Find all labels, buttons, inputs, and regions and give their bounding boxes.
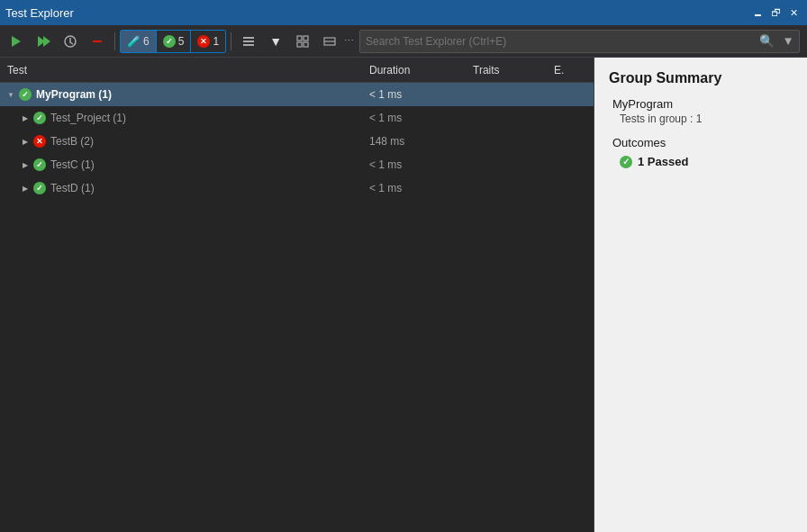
col-header-duration: Duration <box>369 64 473 77</box>
flask-icon: 🧪 <box>127 35 141 48</box>
pass-icon: ✓ <box>33 112 46 124</box>
run-all-button[interactable] <box>4 30 29 53</box>
maximize-button[interactable]: 🗗 <box>767 5 784 21</box>
table-row[interactable]: ✓ MyProgram (1) < 1 ms <box>0 83 594 106</box>
filter-all-button[interactable]: 🧪 6 <box>121 31 157 52</box>
summary-tests-in-group: Tests in group : 1 <box>620 113 793 125</box>
col-header-e: E. <box>554 64 590 77</box>
minimize-button[interactable]: 🗕 <box>749 5 766 21</box>
chevron-down-icon <box>7 89 14 99</box>
expand-toggle[interactable] <box>18 181 32 195</box>
summary-outcome-row: ✓ 1 Passed <box>620 155 793 168</box>
pass-icon: ✓ <box>33 182 46 194</box>
filter-failed-button[interactable]: ✕ 1 <box>191 31 225 52</box>
summary-panel: Group Summary MyProgram Tests in group :… <box>594 58 807 532</box>
table-row[interactable]: ✕ TestB (2) 148 ms <box>0 130 594 153</box>
test-status-icon: ✓ <box>18 87 32 102</box>
test-label: TestD (1) <box>50 182 369 194</box>
svg-marker-2 <box>43 36 50 47</box>
filter-group: 🧪 6 ✓ 5 ✕ 1 <box>120 30 226 53</box>
svg-rect-10 <box>304 42 308 47</box>
svg-marker-0 <box>12 36 21 47</box>
test-duration: < 1 ms <box>369 182 473 194</box>
run-selected-button[interactable] <box>31 30 56 53</box>
fail-icon: ✕ <box>33 135 46 148</box>
test-status-icon: ✓ <box>32 111 47 125</box>
test-label: TestB (2) <box>50 135 369 148</box>
pass-filter-icon: ✓ <box>163 35 176 48</box>
summary-title: Group Summary <box>609 70 793 86</box>
test-duration: < 1 ms <box>369 88 473 101</box>
expand-all-button[interactable] <box>290 30 315 53</box>
search-input[interactable] <box>360 32 756 50</box>
chevron-right-icon <box>23 159 28 169</box>
summary-passed-label: 1 Passed <box>638 155 688 168</box>
pass-icon: ✓ <box>19 88 32 101</box>
test-status-icon: ✕ <box>32 134 47 149</box>
svg-rect-7 <box>297 36 302 41</box>
expand-toggle[interactable] <box>4 87 18 102</box>
cancel-icon <box>90 34 104 49</box>
test-list-panel: Test Duration Traits E. ✓ My <box>0 58 594 532</box>
window-title: Test Explorer <box>5 6 74 20</box>
search-options-button[interactable]: ▼ <box>777 31 799 52</box>
search-box: 🔍 ▼ <box>359 30 800 53</box>
test-duration: < 1 ms <box>369 158 473 171</box>
test-items: ✓ MyProgram (1) < 1 ms <box>0 83 594 532</box>
svg-rect-4 <box>243 37 254 39</box>
expand-toggle[interactable] <box>18 134 32 149</box>
col-header-test: Test <box>4 64 369 77</box>
sort-button[interactable]: ▼ <box>263 30 288 53</box>
filter-passed-count: 5 <box>178 35 185 48</box>
expand-all-icon <box>295 34 310 49</box>
summary-outcomes-label: Outcomes <box>612 136 793 149</box>
title-bar: Test Explorer 🗕 🗗 ✕ <box>0 0 807 25</box>
test-status-icon: ✓ <box>32 181 47 195</box>
table-row[interactable]: ✓ Test_Project (1) < 1 ms <box>0 106 594 130</box>
filter-passed-button[interactable]: ✓ 5 <box>157 31 192 52</box>
chevron-right-icon <box>23 183 28 193</box>
test-label: MyProgram (1) <box>36 88 369 101</box>
group-icon <box>241 34 256 49</box>
expand-toggle[interactable] <box>18 111 32 125</box>
test-label: TestC (1) <box>50 158 369 171</box>
title-bar-left: Test Explorer <box>5 6 74 20</box>
chevron-right-icon <box>23 113 28 122</box>
test-label: Test_Project (1) <box>50 112 369 124</box>
group-button[interactable] <box>236 30 261 53</box>
collapse-all-icon <box>322 34 337 49</box>
table-row[interactable]: ✓ TestD (1) < 1 ms <box>0 176 594 200</box>
test-duration: 148 ms <box>369 135 473 148</box>
filter-failed-count: 1 <box>213 35 219 48</box>
title-bar-controls: 🗕 🗗 ✕ <box>749 5 802 21</box>
collapse-all-button[interactable] <box>317 30 342 53</box>
svg-rect-9 <box>297 42 302 47</box>
outcome-pass-icon: ✓ <box>620 156 632 168</box>
toolbar-separator-1 <box>114 32 115 50</box>
svg-rect-3 <box>93 41 102 42</box>
table-row[interactable]: ✓ TestC (1) < 1 ms <box>0 153 594 176</box>
col-header-traits: Traits <box>473 64 554 77</box>
filter-all-count: 6 <box>143 35 150 48</box>
summary-group-name: MyProgram <box>612 97 793 111</box>
close-button[interactable]: ✕ <box>785 5 802 21</box>
debug-icon <box>63 34 77 49</box>
main-window: Test Explorer 🗕 🗗 ✕ <box>0 0 807 532</box>
test-status-icon: ✓ <box>32 158 47 172</box>
run-selected-icon <box>36 34 50 49</box>
fail-filter-icon: ✕ <box>197 35 210 48</box>
search-button[interactable]: 🔍 <box>756 31 777 52</box>
pass-icon: ✓ <box>33 158 46 171</box>
svg-rect-8 <box>304 36 308 41</box>
svg-rect-6 <box>243 44 254 46</box>
debug-button[interactable] <box>58 30 83 53</box>
run-all-icon <box>9 34 23 49</box>
more-options-indicator: ⋯ <box>344 35 354 47</box>
toolbar: 🧪 6 ✓ 5 ✕ 1 ▼ <box>0 25 807 58</box>
cancel-button[interactable] <box>85 30 110 53</box>
content-area: Test Duration Traits E. ✓ My <box>0 58 807 532</box>
test-duration: < 1 ms <box>369 112 473 124</box>
expand-toggle[interactable] <box>18 158 32 172</box>
chevron-right-icon <box>23 136 28 146</box>
column-headers: Test Duration Traits E. <box>0 58 594 83</box>
